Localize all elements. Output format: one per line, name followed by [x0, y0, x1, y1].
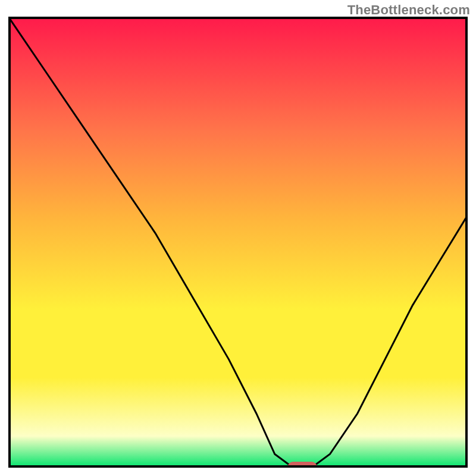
- watermark-text: TheBottleneck.com: [347, 2, 470, 18]
- plot-frame: [8, 17, 468, 468]
- plot-svg: [8, 17, 468, 468]
- chart-wrap: TheBottleneck.com: [0, 0, 476, 476]
- optimum-marker: [287, 462, 317, 468]
- gradient-background: [8, 17, 468, 468]
